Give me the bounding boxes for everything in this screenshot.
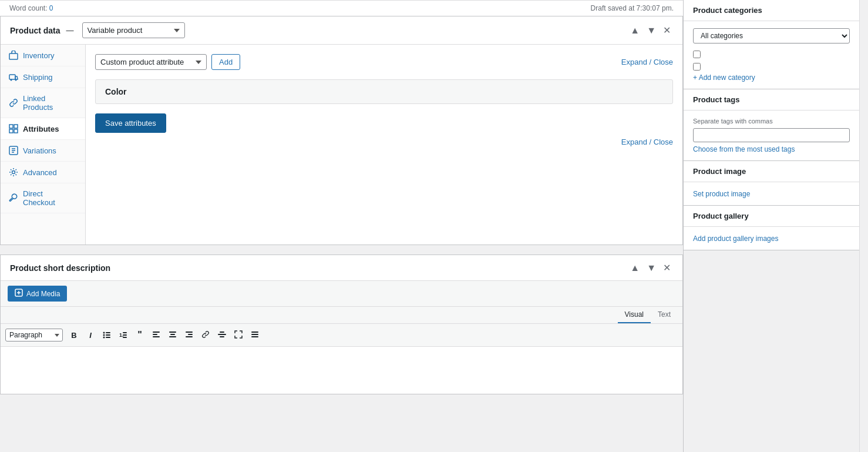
grid-icon	[9, 124, 18, 133]
product-tags-title: Product tags	[693, 95, 739, 104]
nav-item-variations[interactable]: Variations	[1, 140, 85, 162]
set-product-image-link[interactable]: Set product image	[693, 190, 750, 198]
attribute-select-left: Custom product attribute Add	[95, 54, 240, 70]
product-data-nav: Inventory Shipping Linked Products	[1, 45, 86, 245]
categories-select[interactable]: All categories	[693, 28, 850, 43]
svg-rect-20	[123, 337, 127, 338]
product-gallery-title: Product gallery	[693, 212, 749, 220]
nav-item-linked-products-label: Linked Products	[23, 94, 77, 112]
product-data-header: Product data — Simple productVariable pr…	[1, 16, 682, 45]
expand-close-top-link[interactable]: Expand / Close	[621, 58, 673, 66]
toolbar-link-button[interactable]	[198, 328, 213, 343]
right-sidebar: Product categories All categories + Add …	[683, 0, 859, 452]
svg-rect-29	[186, 336, 193, 337]
nav-item-direct-checkout[interactable]: Direct Checkout	[1, 183, 85, 213]
choose-from-tags-link[interactable]: Choose from the most used tags	[693, 145, 795, 153]
short-desc-collapse-up-button[interactable]: ▲	[628, 261, 642, 274]
save-attributes-button[interactable]: Save attributes	[95, 113, 166, 133]
product-data-title: Product data	[10, 26, 60, 35]
link-icon	[9, 98, 18, 108]
svg-rect-28	[188, 334, 193, 335]
product-image-body: Set product image	[684, 182, 859, 205]
attribute-dropdown[interactable]: Custom product attribute	[95, 54, 207, 70]
toolbar-fullscreen-button[interactable]	[231, 328, 246, 343]
toolbar-align-right-button[interactable]	[181, 328, 197, 343]
add-attribute-button[interactable]: Add	[211, 54, 240, 70]
svg-rect-16	[106, 337, 110, 338]
tab-visual[interactable]: Visual	[618, 307, 651, 323]
nav-item-shipping[interactable]: Shipping	[1, 66, 85, 88]
svg-point-15	[103, 336, 105, 338]
svg-rect-27	[186, 332, 193, 333]
toolbar-align-left-button[interactable]	[149, 328, 164, 343]
short-description-body: Add Media Visual Text ParagraphHeading 1…	[1, 281, 682, 394]
toolbar-bold-button[interactable]: B	[66, 329, 82, 342]
close-button[interactable]: ✕	[661, 24, 673, 37]
svg-rect-1	[9, 75, 15, 79]
svg-rect-14	[106, 334, 110, 336]
add-media-button[interactable]: Add Media	[8, 286, 67, 302]
svg-rect-21	[153, 332, 160, 333]
svg-rect-22	[153, 334, 157, 335]
category-checkbox-row-2	[693, 61, 850, 73]
gear-icon	[9, 168, 18, 177]
nav-item-attributes[interactable]: Attributes	[1, 118, 85, 140]
toolbar-italic-button[interactable]: I	[83, 329, 98, 342]
scrollbar-area	[859, 0, 868, 452]
add-new-category-link[interactable]: + Add new category	[693, 73, 755, 82]
wrench-icon	[9, 193, 18, 203]
svg-rect-0	[9, 53, 18, 59]
svg-rect-5	[14, 125, 18, 128]
nav-item-advanced[interactable]: Advanced	[1, 162, 85, 183]
svg-rect-19	[123, 334, 127, 336]
nav-item-inventory-label: Inventory	[23, 51, 54, 60]
attribute-select-row: Custom product attribute Add Expand / Cl…	[95, 54, 673, 70]
nav-item-linked-products[interactable]: Linked Products	[1, 88, 85, 118]
nav-item-inventory[interactable]: Inventory	[1, 45, 85, 66]
product-image-header: Product image	[684, 161, 859, 182]
toolbar-ordered-list-button[interactable]: 1.	[116, 328, 131, 343]
add-product-gallery-link[interactable]: Add product gallery images	[693, 235, 778, 243]
truck-icon	[9, 72, 18, 82]
collapse-up-button[interactable]: ▲	[628, 24, 642, 37]
svg-rect-34	[251, 334, 258, 335]
category-checkbox-2[interactable]	[693, 63, 701, 71]
svg-rect-18	[123, 332, 127, 333]
box-icon	[9, 51, 18, 60]
product-categories-body: All categories + Add new category	[684, 21, 859, 89]
svg-rect-7	[14, 129, 18, 133]
product-data-dash: —	[66, 26, 74, 35]
svg-point-13	[103, 334, 105, 336]
editor-content-area[interactable]	[1, 347, 682, 394]
product-tags-body: Separate tags with commas Choose from th…	[684, 111, 859, 160]
category-checkbox-1[interactable]	[693, 51, 701, 58]
expand-close-bottom-link[interactable]: Expand / Close	[621, 138, 673, 146]
toolbar-blockquote-button[interactable]: "	[132, 327, 147, 343]
toolbar-unordered-list-button[interactable]	[99, 328, 115, 343]
nav-item-shipping-label: Shipping	[23, 73, 53, 82]
short-desc-close-button[interactable]: ✕	[661, 261, 673, 274]
product-type-select[interactable]: Simple productVariable productGrouped pr…	[82, 22, 185, 38]
paragraph-select[interactable]: ParagraphHeading 1Heading 2Heading 3Pref…	[5, 329, 63, 341]
nav-item-direct-checkout-label: Direct Checkout	[23, 189, 77, 207]
product-data-body: Inventory Shipping Linked Products	[1, 45, 682, 245]
collapse-down-button[interactable]: ▼	[644, 24, 658, 37]
add-media-icon	[15, 289, 23, 299]
svg-rect-31	[220, 332, 224, 333]
product-gallery-body: Add product gallery images	[684, 227, 859, 250]
svg-rect-32	[220, 336, 224, 337]
variations-icon	[9, 146, 18, 155]
toolbar-toggle-button[interactable]	[247, 328, 263, 343]
short-desc-collapse-controls: ▲ ▼ ✕	[628, 261, 673, 274]
tab-text[interactable]: Text	[651, 307, 678, 323]
nav-item-advanced-label: Advanced	[23, 168, 57, 177]
tags-input[interactable]	[693, 128, 850, 142]
svg-point-9	[12, 171, 15, 174]
short-description-section: Product short description ▲ ▼ ✕ Add Medi…	[0, 255, 683, 394]
product-data-collapse-controls: ▲ ▼ ✕	[628, 24, 673, 37]
toolbar-horizontal-rule-button[interactable]	[214, 328, 230, 343]
toolbar-align-center-button[interactable]	[165, 328, 180, 343]
short-desc-collapse-down-button[interactable]: ▼	[644, 261, 658, 274]
color-attribute-label: Color	[105, 87, 127, 96]
draft-saved-text: Draft saved at 7:30:07 pm.	[591, 4, 674, 12]
